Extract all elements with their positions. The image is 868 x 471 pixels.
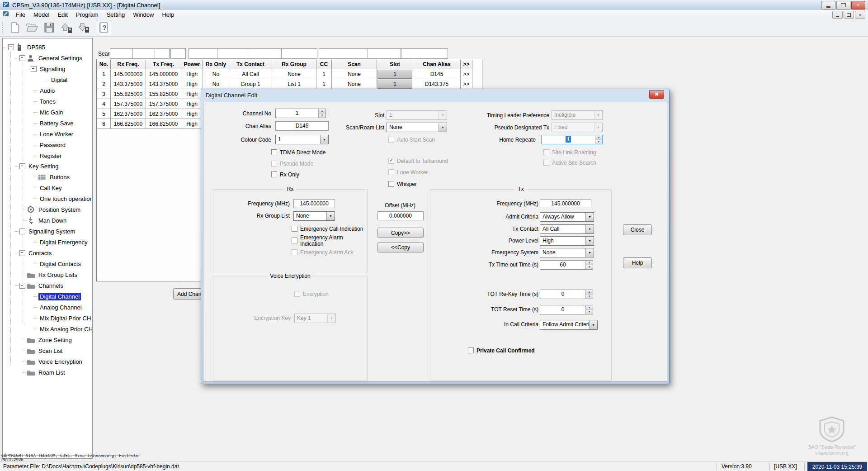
tx-frequency-field[interactable]: 145.000000 [540, 199, 591, 208]
tree-item-signalling[interactable]: Signalling [26, 64, 66, 74]
tree-item-buttons[interactable]: Buttons [33, 172, 71, 182]
open-folder-icon[interactable] [25, 20, 39, 35]
cell-scan[interactable]: None [332, 69, 377, 79]
mdi-restore-button[interactable] [844, 11, 854, 19]
tree-item-lone-worker[interactable]: Lone Worker [33, 129, 75, 139]
cell-rx_group[interactable]: None [272, 69, 316, 79]
tx-contact-dropdown[interactable]: All Call▼ [540, 224, 594, 234]
help-book-icon[interactable]: ? [96, 20, 111, 35]
tree-item-one-touch-operation[interactable]: One touch operation [33, 194, 93, 204]
menu-item-model[interactable]: Model [29, 11, 53, 19]
copy-left-button[interactable]: <<Copy [377, 242, 424, 252]
search-input-9[interactable] [319, 48, 368, 59]
menu-item-edit[interactable]: Edit [53, 11, 71, 19]
copy-right-button[interactable]: Copy>> [377, 228, 424, 238]
close-dialog-button[interactable]: Close [623, 224, 652, 235]
slot-button[interactable]: 1 [377, 70, 412, 79]
tree-item-mix-digital-prior-ch[interactable]: Mix Digital Prior CH [33, 313, 92, 323]
cell-power[interactable]: High [181, 79, 203, 89]
cell-tx_contact[interactable]: All Call [229, 69, 272, 79]
cell-tx_freq[interactable]: 143.375000 [146, 79, 181, 89]
cell-tx_freq[interactable]: 162.375000 [146, 109, 181, 119]
tree-item-analog-channel[interactable]: Analog Channel [33, 302, 83, 312]
offset-field[interactable]: 0.000000 [377, 211, 424, 220]
tree-item-general-settings[interactable]: General Settings [14, 53, 84, 63]
mdi-close-button[interactable]: × [855, 11, 865, 19]
menu-item-file[interactable]: File [12, 11, 29, 19]
tree-item-signalling-system[interactable]: Signalling System [14, 226, 76, 236]
cell-power[interactable]: High [181, 99, 203, 109]
tree-item-digital-channel[interactable]: Digital Channel [33, 291, 81, 301]
menu-item-window[interactable]: Window [129, 11, 158, 19]
slot-button[interactable]: 1 [377, 80, 412, 89]
restore-button[interactable] [836, 1, 850, 10]
cell-more[interactable]: >> [461, 79, 472, 89]
tree-item-audio[interactable]: Audio [33, 86, 56, 95]
rx-only-checkbox[interactable]: Rx Only [271, 171, 299, 178]
tot-rekey-spinner[interactable]: 0 ▲▼ [540, 290, 593, 299]
cell-power[interactable]: High [181, 109, 203, 119]
tree-item-contacts[interactable]: Contacts [14, 248, 53, 258]
tree-collapse-icon[interactable] [19, 55, 25, 61]
tree-item-voice-encryption[interactable]: Voice Encryption [22, 357, 84, 366]
cell-chan_alias[interactable]: D145 [413, 69, 461, 79]
tree-collapse-icon[interactable] [19, 250, 25, 256]
cell-tx_freq[interactable]: 155.825000 [146, 89, 181, 99]
tree-item-call-key[interactable]: Call Key [33, 183, 63, 193]
rx-group-list-dropdown[interactable]: None▼ [293, 211, 335, 221]
tree-collapse-icon[interactable] [31, 66, 37, 72]
tree-collapse-icon[interactable] [19, 283, 25, 289]
spinner-arrows-icon[interactable]: ▲▼ [585, 290, 593, 299]
tree-item-mic-gain[interactable]: Mic Gain [33, 107, 64, 117]
scan-roam-list-dropdown[interactable]: None▼ [387, 123, 447, 132]
cell-cc[interactable]: 1 [316, 69, 332, 79]
tree-item-digital-emergency[interactable]: Digital Emergency [33, 237, 89, 247]
cell-rx_freq[interactable]: 157.375000 [111, 99, 146, 109]
cell-more[interactable]: >> [461, 69, 472, 79]
home-repeate-spinner[interactable]: 1 ▲▼ [541, 135, 603, 144]
admit-criteria-dropdown[interactable]: Always Allow▼ [540, 212, 594, 222]
cell-power[interactable]: High [181, 119, 203, 129]
help-button[interactable]: Help [623, 257, 652, 268]
cell-rx_only[interactable]: No [203, 69, 229, 79]
tree-item-position-system[interactable]: Position System [22, 205, 82, 214]
tree-item-zone-setting[interactable]: Zone Setting [22, 335, 73, 345]
tree-collapse-icon[interactable] [8, 44, 14, 50]
cell-rx_only[interactable]: No [203, 79, 229, 89]
search-input-7[interactable] [248, 48, 281, 59]
menu-item-help[interactable]: Help [158, 11, 178, 19]
tree-item-tones[interactable]: Tones [33, 96, 57, 106]
search-input-1[interactable] [110, 48, 133, 59]
tree-item-key-setting[interactable]: Key Setting [14, 161, 60, 171]
cell-rx_freq[interactable]: 155.825000 [111, 89, 146, 99]
channel-no-spinner[interactable]: 1 ▲▼ [275, 109, 326, 118]
tree-item-password[interactable]: Password [33, 140, 67, 150]
tree-item-register[interactable]: Register [33, 151, 63, 161]
close-button[interactable]: × [851, 1, 865, 10]
cell-cc[interactable]: 1 [316, 79, 332, 89]
dialog-close-icon[interactable]: ✖ [649, 90, 664, 99]
tree-item-battery-save[interactable]: Battery Save [33, 118, 75, 128]
tx-timeout-spinner[interactable]: 60 ▲▼ [540, 260, 593, 270]
search-input-8[interactable] [281, 48, 317, 59]
cell-scan[interactable]: None [332, 79, 377, 89]
cell-tx_freq[interactable]: 166.825000 [146, 119, 181, 129]
tree-item-rx-group-lists[interactable]: Rx Group Lists [22, 270, 79, 280]
tree-item-digital-contacts[interactable]: Digital Contacts [33, 259, 82, 269]
tree-item-roam-list[interactable]: Roam List [22, 367, 66, 377]
menu-item-program[interactable]: Program [72, 11, 103, 19]
new-file-icon[interactable] [8, 20, 22, 35]
spinner-arrows-icon[interactable]: ▲▼ [318, 109, 326, 118]
tree-item-mix-analog-prior-ch[interactable]: Mix Analog Prior CH [33, 324, 93, 334]
chan-alias-field[interactable]: D145 [275, 121, 329, 131]
minimize-button[interactable] [821, 1, 835, 10]
emergency-call-indication-checkbox[interactable]: Emergency Call Indication [292, 225, 363, 232]
cell-slot[interactable]: 1 [377, 69, 413, 79]
write-to-radio-icon[interactable] [76, 20, 91, 35]
spinner-arrows-icon[interactable]: ▲▼ [585, 305, 593, 314]
cell-no[interactable]: 3 [97, 89, 111, 99]
spinner-arrows-icon[interactable]: ▲▼ [585, 261, 593, 269]
search-input-5[interactable] [189, 48, 217, 59]
cell-no[interactable]: 6 [97, 119, 111, 129]
power-level-dropdown[interactable]: High▼ [540, 236, 594, 246]
